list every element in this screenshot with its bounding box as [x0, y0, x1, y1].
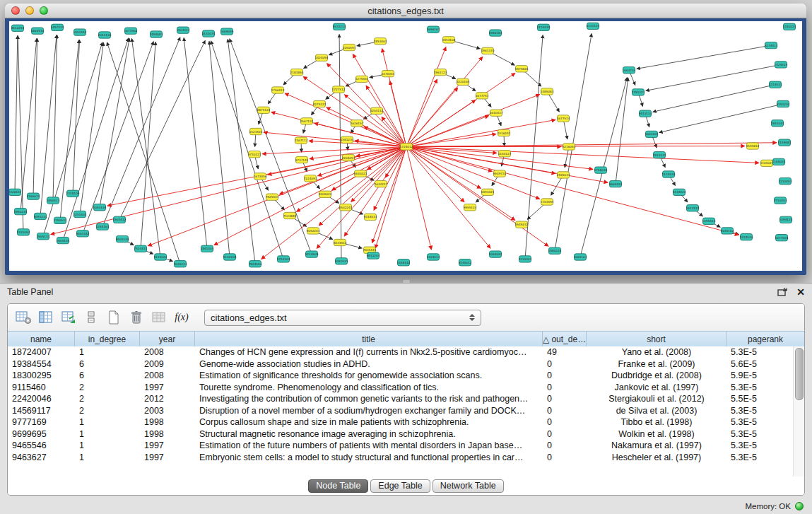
- graph-edge[interactable]: [184, 37, 207, 248]
- table-cell[interactable]: 0: [543, 359, 587, 369]
- graph-node[interactable]: 1696161: [427, 26, 440, 33]
- graph-edge[interactable]: [353, 54, 406, 146]
- graph-node[interactable]: 1050134: [93, 204, 107, 211]
- graph-node[interactable]: 1485083: [541, 88, 554, 95]
- column-header-pagerank[interactable]: pagerank: [726, 332, 804, 346]
- table-row[interactable]: 969969511998Structural magnetic resonanc…: [8, 428, 804, 440]
- graph-node[interactable]: 1595812: [746, 143, 760, 149]
- table-cell[interactable]: 1: [75, 417, 140, 427]
- graph-node[interactable]: 7791321: [632, 89, 645, 95]
- graph-node[interactable]: 1581234: [341, 136, 354, 143]
- table-cell[interactable]: Corpus callosum shape and size in male p…: [195, 417, 543, 427]
- graph-edge[interactable]: [15, 35, 18, 192]
- graph-node[interactable]: 1724012: [400, 144, 413, 150]
- graph-node[interactable]: 5549232: [515, 221, 529, 228]
- table-cell[interactable]: 1998: [140, 429, 195, 439]
- table-cell[interactable]: Changes of HCN gene expression and I(f) …: [195, 347, 543, 357]
- table-cell[interactable]: 6: [75, 370, 140, 380]
- graph-node[interactable]: 7925441: [266, 194, 279, 200]
- graph-edge[interactable]: [659, 104, 783, 132]
- graph-node[interactable]: 1665103: [574, 254, 587, 260]
- table-cell[interactable]: 9699695: [8, 429, 75, 439]
- graph-node[interactable]: 1494083: [150, 31, 163, 37]
- new-table-button[interactable]: [104, 308, 124, 327]
- graph-node[interactable]: 1424094: [315, 54, 329, 61]
- graph-node[interactable]: 1214533: [769, 81, 782, 88]
- graph-node[interactable]: 2367112: [295, 137, 308, 144]
- graph-node[interactable]: 7224091: [304, 175, 317, 182]
- graph-node[interactable]: 9052204: [307, 228, 320, 234]
- table-row[interactable]: 946362711997Embryonic stem cells: a mode…: [8, 452, 804, 464]
- table-cell[interactable]: de Silva et al. (2003): [587, 406, 726, 416]
- graph-edge[interactable]: [372, 146, 406, 243]
- graph-node[interactable]: 1424514: [775, 62, 788, 68]
- graph-node[interactable]: 8131124: [587, 23, 600, 29]
- graph-node[interactable]: 9461342: [76, 230, 90, 237]
- graph-edge[interactable]: [262, 146, 406, 153]
- graph-node[interactable]: 2204097: [342, 154, 355, 160]
- column-header-out-de-[interactable]: △ out_de…: [543, 332, 587, 346]
- delete-table-button[interactable]: [126, 308, 146, 327]
- table-cell[interactable]: 9115460: [8, 382, 75, 392]
- graph-node[interactable]: 1841305: [201, 245, 214, 252]
- graph-node[interactable]: 5530221: [354, 170, 367, 177]
- graph-node[interactable]: 4275122: [313, 100, 326, 107]
- graph-node[interactable]: 1497315: [51, 24, 64, 30]
- table-cell[interactable]: 49: [543, 347, 587, 357]
- table-cell[interactable]: 22420046: [8, 394, 75, 404]
- table-cell[interactable]: Tourette syndrome. Phenomenology and cla…: [195, 382, 543, 392]
- table-cell[interactable]: 2: [75, 406, 140, 416]
- table-cell[interactable]: 18724007: [8, 347, 75, 357]
- graph-node[interactable]: 9245102: [721, 228, 734, 234]
- graph-node[interactable]: 1975826: [515, 66, 529, 72]
- table-cell[interactable]: 0: [543, 429, 587, 439]
- table-cell[interactable]: Hescheler et al. (1997): [587, 452, 726, 462]
- table-cell[interactable]: 9465546: [8, 440, 75, 450]
- graph-edge[interactable]: [100, 38, 129, 207]
- graph-node[interactable]: 8502241: [339, 204, 353, 211]
- table-row[interactable]: 2242004622012Investigating the contribut…: [8, 393, 804, 405]
- graph-node[interactable]: 9318533: [364, 214, 377, 220]
- table-cell[interactable]: 0: [543, 417, 587, 427]
- table-cell[interactable]: 2009: [140, 359, 195, 369]
- graph-node[interactable]: 1905131: [37, 233, 50, 240]
- graph-node[interactable]: 9151234: [777, 100, 790, 107]
- graph-node[interactable]: 1254163: [96, 223, 110, 230]
- graph-node[interactable]: 1951043: [771, 120, 784, 127]
- network-graph[interactable]: 1724012185306222605911424094218185017964…: [9, 21, 802, 271]
- graph-node[interactable]: 1986183: [489, 30, 502, 36]
- table-selector-dropdown[interactable]: citations_edges.txt: [204, 310, 481, 326]
- graph-node[interactable]: 1190532: [54, 217, 67, 223]
- graph-node[interactable]: 1094551: [489, 251, 502, 257]
- table-cell[interactable]: Estimation of the future numbers of pati…: [195, 440, 543, 450]
- graph-node[interactable]: 2260591: [343, 44, 356, 50]
- table-row[interactable]: 1872400712008Changes of HCN gene express…: [8, 346, 804, 358]
- table-cell[interactable]: 0: [543, 382, 587, 392]
- graph-node[interactable]: 7123849: [283, 212, 297, 218]
- graph-node[interactable]: 9505139: [116, 235, 129, 242]
- graph-edge[interactable]: [406, 146, 548, 246]
- table-cell[interactable]: 0: [543, 440, 587, 450]
- table-cell[interactable]: 0: [543, 394, 587, 404]
- table-cell[interactable]: Structural magnetic resonance image aver…: [195, 429, 543, 439]
- table-cell[interactable]: 0: [543, 452, 587, 462]
- table-row[interactable]: 1456911722003Disruption of a novel membe…: [8, 405, 804, 417]
- graph-node[interactable]: 1095413: [702, 218, 716, 224]
- scrollbar-thumb[interactable]: [795, 348, 804, 400]
- table-cell[interactable]: 1997: [140, 452, 195, 462]
- graph-node[interactable]: 9813204: [367, 252, 380, 259]
- graph-node[interactable]: 1671962: [124, 28, 138, 34]
- graph-node[interactable]: 7524411: [134, 245, 148, 252]
- graph-node[interactable]: 9572214: [333, 23, 346, 30]
- graph-edge[interactable]: [406, 116, 489, 147]
- graph-node[interactable]: 1677514: [557, 115, 570, 122]
- graph-node[interactable]: 1094123: [779, 216, 793, 223]
- graph-edge[interactable]: [53, 35, 57, 200]
- tab-node-table[interactable]: Node Table: [308, 479, 368, 493]
- graph-node[interactable]: 7710453: [774, 197, 787, 204]
- graph-edge[interactable]: [653, 85, 775, 112]
- graph-node[interactable]: 1340221: [783, 23, 796, 30]
- graph-node[interactable]: 2251403: [73, 211, 87, 217]
- column-header-title[interactable]: title: [195, 332, 543, 346]
- table-cell[interactable]: 0: [543, 406, 587, 416]
